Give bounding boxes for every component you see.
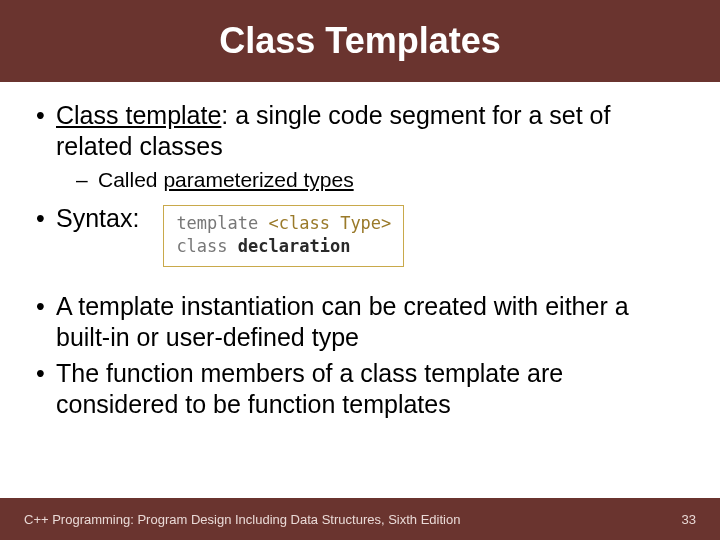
code-keyword-template: template: [176, 213, 268, 233]
footer-bar: C++ Programming: Program Design Includin…: [0, 498, 720, 540]
title-bar: Class Templates: [0, 0, 720, 82]
bullet-instantiation: A template instantiation can be created …: [34, 291, 686, 352]
page-number: 33: [682, 512, 696, 527]
bullet-syntax: Syntax: template <class Type> class decl…: [34, 203, 686, 267]
term-class-template: Class template: [56, 101, 221, 129]
footer-text: C++ Programming: Program Design Includin…: [24, 512, 460, 527]
bullet-class-template: Class template: a single code segment fo…: [34, 100, 686, 161]
sub-bullet-prefix: Called: [98, 168, 163, 191]
code-angle-class-type: <class Type>: [269, 213, 392, 233]
bullet-syntax-label: Syntax:: [56, 203, 139, 234]
bullet-function-members: The function members of a class template…: [34, 358, 686, 419]
content-area: Class template: a single code segment fo…: [0, 82, 720, 540]
slide: Class Templates Class template: a single…: [0, 0, 720, 540]
term-parameterized-types: parameterized types: [163, 168, 353, 191]
code-line-1: template <class Type>: [176, 212, 391, 235]
code-keyword-class: class: [176, 236, 237, 256]
code-line-2: class declaration: [176, 235, 391, 258]
code-box: template <class Type> class declaration: [163, 205, 404, 267]
sub-bullet-parameterized: Called parameterized types: [34, 167, 686, 193]
spacer: [34, 273, 686, 291]
code-declaration: declaration: [238, 236, 351, 256]
slide-title: Class Templates: [219, 20, 500, 62]
